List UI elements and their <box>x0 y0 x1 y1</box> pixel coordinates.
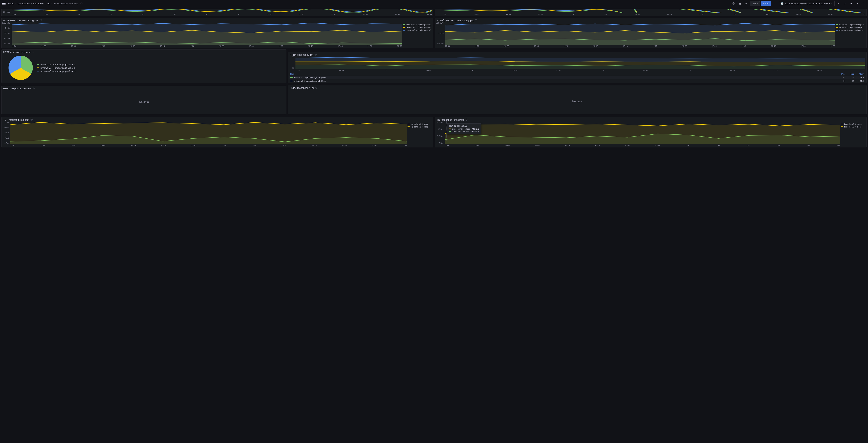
chart-plot[interactable] <box>12 22 402 45</box>
menu-icon[interactable] <box>2 2 5 5</box>
panel-title: GRPC responses / 1m <box>289 87 314 89</box>
panel-title: HTTP responses / 1m <box>289 54 313 56</box>
x-tick: 12:20 <box>625 144 630 147</box>
x-tick: 12:05 <box>538 13 543 16</box>
chart-plot[interactable] <box>296 56 865 69</box>
legend-table: Name Min Max Mean reviews-v1 -> productp… <box>288 72 866 83</box>
panel-http-responses-1m: HTTP responses / 1m ⓘ 5025 11:5011:5512:… <box>288 52 867 83</box>
dashboard-insights-icon[interactable]: ▦ <box>737 1 742 6</box>
table-row[interactable]: reviews-v2 -> productpage-v1: (2xx)92115… <box>289 79 865 83</box>
x-axis: 11:5011:5512:0012:0512:1012:1512:2012:25… <box>444 144 840 147</box>
info-icon[interactable]: ⓘ <box>40 19 42 22</box>
refresh-dropdown-icon[interactable]: ▼ <box>855 1 860 6</box>
add-button[interactable]: Add▼ <box>750 1 760 6</box>
legend-swatch <box>290 77 293 78</box>
breadcrumb-home[interactable]: Home <box>8 2 14 5</box>
col-max[interactable]: Max <box>844 73 854 75</box>
time-prev-icon[interactable]: ‹ <box>773 1 777 6</box>
x-tick: 11:50 <box>12 13 17 16</box>
refresh-icon[interactable]: ⟳ <box>848 1 854 6</box>
no-data-message: No data <box>288 89 866 114</box>
x-tick: 12:20 <box>191 144 196 147</box>
y-tick: 750 B/s <box>4 32 10 34</box>
legend-item[interactable]: reviews-v2 <- productpage-v1 <box>403 26 432 29</box>
toolbar-right: ⓘ ▦ ⚙ Add▼ Share ‹ 🕒 2024-01-24 11:50:00… <box>731 1 866 6</box>
x-tick: 12:40 <box>331 13 336 16</box>
zoom-out-icon[interactable]: ⤢ <box>842 1 847 6</box>
y-tick: 1 kB/s <box>438 32 443 34</box>
y-tick: 250 B/s <box>4 43 10 45</box>
info-icon[interactable]: ⓘ <box>315 87 317 89</box>
y-tick: 1.50 kB/s <box>436 22 443 24</box>
y-tick: 12.5 B/s <box>436 121 443 123</box>
panel-title: TCP request throughput <box>3 118 29 121</box>
no-data-message: No data <box>2 90 286 114</box>
legend-item[interactable]: reviews-v2 -> productpage-v1: (ok) <box>37 66 75 70</box>
x-tick: 12:30 <box>267 13 272 16</box>
star-icon[interactable]: ☆ <box>80 2 83 5</box>
legend-item[interactable]: reviews-v3 <- productpage-v1 <box>403 29 432 32</box>
gear-icon[interactable]: ⚙ <box>744 1 748 6</box>
chevron-right-icon: › <box>16 2 16 5</box>
legend-swatch <box>37 64 39 65</box>
pie-chart[interactable] <box>8 56 33 80</box>
x-tick: 11:55 <box>475 45 479 48</box>
legend-label: tcp-echo-v1 <- sleep <box>411 123 428 125</box>
legend-item[interactable]: reviews-v3 -> productpage-v1 <box>836 29 865 32</box>
info-icon[interactable]: ⓘ <box>315 53 317 56</box>
legend-item[interactable]: reviews-v3 -> productpage-v1: (ok) <box>37 70 75 73</box>
table-row[interactable]: reviews-v1 -> productpage-v1: (2xx)62315… <box>289 76 865 79</box>
chart-legend: reviews-v1 -> productpage-v1: (ok)review… <box>37 63 75 73</box>
info-icon[interactable]: ⓘ <box>466 118 468 121</box>
x-tick: 12:55 <box>397 45 402 48</box>
x-tick: 12:15 <box>595 144 600 147</box>
legend-item[interactable]: reviews-v1 -> productpage-v1: (ok) <box>37 63 75 66</box>
x-tick: 12:05 <box>534 45 539 48</box>
breadcrumb-folder[interactable]: Integration - Istio <box>33 2 50 5</box>
legend-item[interactable]: tcp-echo-v2 -> sleep <box>841 126 865 128</box>
panel-title: HTTP response overview <box>3 51 31 54</box>
legend-swatch <box>836 30 838 31</box>
x-tick: 12:15 <box>593 45 598 48</box>
info-icon[interactable]: ⓘ <box>731 1 736 6</box>
legend-item[interactable]: tcp-echo-v2 <- sleep <box>407 126 432 128</box>
x-tick: 12:05 <box>100 45 105 48</box>
info-icon[interactable]: ⓘ <box>32 50 34 54</box>
info-icon[interactable]: ⓘ <box>31 118 33 121</box>
legend-item[interactable]: reviews-v1 <- productpage-v1 <box>403 23 432 26</box>
time-picker[interactable]: 🕒 2024-01-24 11:50:00 to 2024-01-24 12:5… <box>779 1 835 6</box>
legend-item[interactable]: reviews-v2 -> productpage-v1 <box>836 26 865 29</box>
chevron-right-icon: › <box>31 2 32 5</box>
col-min[interactable]: Min <box>835 73 844 75</box>
x-tick: 12:55 <box>427 13 432 16</box>
chart-plot[interactable]: 2024-01-24 11:50:00 tcp-echo-v2 -> sleep… <box>444 121 840 144</box>
y-tick: 10 B/s <box>3 127 9 129</box>
y-tick: 1 kB/s <box>5 27 10 29</box>
info-icon[interactable]: ⓘ <box>475 19 477 22</box>
time-next-icon[interactable]: › <box>836 1 841 6</box>
x-tick: 12:45 <box>775 144 780 147</box>
legend-item[interactable]: tcp-echo-v1 -> sleep <box>841 123 865 126</box>
legend-item[interactable]: tcp-echo-v1 <- sleep <box>407 123 432 126</box>
tooltip-time: 2024-01-24 11:50:00 <box>448 125 479 127</box>
y-tick: 0.2 req/s <box>3 11 10 13</box>
x-tick: 12:15 <box>160 45 165 48</box>
x-tick: 12:30 <box>643 69 648 72</box>
col-mean[interactable]: Mean <box>854 73 864 75</box>
chart-plot[interactable] <box>445 22 835 45</box>
collapse-icon[interactable]: ⌃ <box>861 1 866 6</box>
share-button[interactable]: Share <box>761 1 771 6</box>
x-tick: 12:45 <box>796 13 801 16</box>
col-name[interactable]: Name <box>290 73 835 75</box>
x-tick: 11:55 <box>474 13 478 16</box>
panel-title: TCP response throughput <box>437 118 464 121</box>
series-name: reviews-v2 -> productpage-v1: (2xx) <box>294 80 326 82</box>
x-tick: 12:20 <box>635 13 640 16</box>
info-icon[interactable]: ⓘ <box>33 87 35 90</box>
x-tick: 12:45 <box>771 45 776 48</box>
chart-plot[interactable] <box>10 121 407 144</box>
y-tick: 7.5 B/s <box>437 135 443 137</box>
legend-item[interactable]: reviews-v1 -> productpage-v1 <box>836 23 865 26</box>
breadcrumb: Home › Dashboards › Integration - Istio … <box>8 2 731 5</box>
breadcrumb-dashboards[interactable]: Dashboards <box>18 2 30 5</box>
